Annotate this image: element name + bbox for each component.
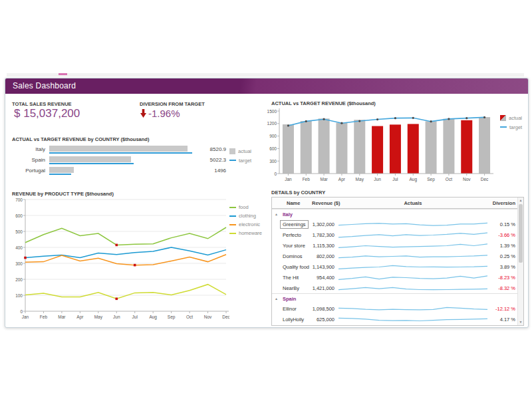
group-row-spain[interactable]: ▴Spain — [272, 293, 523, 303]
legend-item-food[interactable]: food — [229, 203, 262, 211]
monthly-bar-jul[interactable] — [390, 124, 401, 174]
target-point-feb[interactable] — [305, 120, 307, 122]
monthly-bar-dec[interactable] — [479, 117, 490, 174]
target-point-mar[interactable] — [323, 118, 325, 120]
legend-item-clothing[interactable]: clothing — [229, 211, 262, 220]
legend-item-electronic[interactable]: electronic — [229, 220, 262, 229]
target-point-jun[interactable] — [376, 118, 378, 120]
svg-text:0: 0 — [20, 309, 23, 314]
table-scrollbar[interactable]: ▲ ▼ — [517, 198, 523, 325]
legend-label: clothing — [239, 213, 256, 219]
monthly-bar-nov[interactable] — [461, 120, 472, 174]
actuals-sparkline — [337, 219, 489, 229]
diversion-value: -1.96% — [148, 108, 180, 119]
svg-text:May: May — [94, 315, 103, 320]
column-header-actuals[interactable]: Actuals — [337, 200, 489, 206]
target-line-spain[interactable] — [49, 163, 134, 164]
min-marker-electronic[interactable] — [134, 264, 136, 267]
row-name[interactable]: LollyHolly — [283, 317, 304, 323]
series-line-food[interactable] — [25, 227, 226, 245]
table-row-greenings[interactable]: Greenings1,302,0000.15 % — [272, 219, 523, 229]
table-row-quality-food[interactable]: Quality food1,143,9003.89 % — [272, 261, 523, 272]
country-label: Italy — [12, 146, 45, 152]
monthly-bar-feb[interactable] — [301, 121, 312, 174]
target-line-portugal[interactable] — [49, 174, 71, 175]
monthly-bar-may[interactable] — [354, 120, 365, 174]
svg-text:Apr: Apr — [338, 177, 346, 182]
monthly-bar-mar[interactable] — [319, 118, 330, 174]
actual-bar-italy[interactable] — [49, 146, 188, 152]
svg-text:1500: 1500 — [267, 109, 277, 114]
legend-item-actual[interactable]: actual — [500, 113, 522, 122]
group-row-italy[interactable]: ▴Italy — [272, 209, 523, 219]
row-diversion: 3.89 % — [475, 264, 515, 270]
svg-text:May: May — [356, 177, 364, 182]
min-marker-food[interactable] — [115, 244, 118, 247]
legend-item-target[interactable]: target — [500, 122, 522, 132]
legend-item-target[interactable]: target — [229, 156, 251, 165]
legend-label: electronic — [239, 221, 260, 227]
target-dash-icon — [229, 160, 236, 161]
target-point-oct[interactable] — [448, 118, 450, 120]
collapse-icon[interactable]: ▴ — [275, 296, 277, 301]
monthly-bar-jan[interactable] — [283, 124, 294, 174]
svg-text:Feb: Feb — [303, 177, 311, 182]
scroll-down-icon[interactable]: ▼ — [518, 319, 523, 325]
legend-item-actual[interactable]: actual — [229, 146, 251, 156]
table-row-lollyholly[interactable]: LollyHolly625,0004.17 % — [272, 314, 523, 325]
row-revenue: 954,400 — [303, 275, 334, 281]
column-header-diversion[interactable]: Diversion — [475, 200, 515, 206]
target-point-sep[interactable] — [430, 120, 432, 122]
row-name[interactable]: Ellinor — [283, 306, 297, 312]
table-row-your-store[interactable]: Your store1,115,3001.39 % — [272, 240, 523, 251]
row-diversion: 0.15 % — [475, 221, 515, 227]
monthly-bar-sep[interactable] — [426, 121, 437, 174]
row-name[interactable]: Your store — [283, 243, 305, 249]
scrollbar-thumb[interactable] — [519, 204, 523, 263]
svg-text:Jul: Jul — [132, 315, 138, 319]
table-row-the-hit[interactable]: The Hit954,400-8.23 % — [272, 272, 523, 283]
actual-bar-spain[interactable] — [49, 156, 131, 162]
column-header-name[interactable]: Name — [287, 200, 300, 206]
target-point-jan[interactable] — [287, 124, 289, 126]
svg-text:600: 600 — [269, 146, 277, 151]
target-point-dec[interactable] — [483, 116, 485, 118]
target-line-italy[interactable] — [49, 152, 192, 154]
table-row-perfecto[interactable]: Perfecto1,782,300-3.66 % — [272, 229, 523, 240]
actuals-sparkline — [337, 315, 489, 324]
row-name[interactable]: The Hit — [283, 275, 299, 281]
svg-text:500: 500 — [15, 229, 23, 234]
table-row-ellinor[interactable]: Ellinor1,098,500-12.12 % — [272, 303, 523, 314]
row-diversion: -12.12 % — [475, 306, 515, 312]
monthly-bar-apr[interactable] — [336, 123, 347, 174]
row-name[interactable]: Dominos — [283, 253, 303, 259]
target-point-aug[interactable] — [412, 117, 414, 119]
monthly-bar-oct[interactable] — [443, 119, 454, 174]
min-marker-clothing[interactable] — [24, 257, 27, 259]
country-row-italy: Italy8520.9 — [12, 146, 228, 154]
dashboard-card: Sales Dashboard TOTAL SALES REVENUE $ 15… — [5, 78, 529, 328]
legend-item-homeware[interactable]: homeware — [229, 229, 262, 237]
row-name[interactable]: NearBy — [283, 285, 299, 291]
target-point-may[interactable] — [358, 120, 360, 122]
series-line-homeware[interactable] — [25, 285, 226, 299]
target-line[interactable] — [288, 117, 484, 126]
monthly-bar-jun[interactable] — [372, 126, 383, 174]
series-line-clothing[interactable] — [25, 247, 226, 258]
table-row-nearby[interactable]: NearBy1,421,000-8.32 % — [272, 283, 523, 293]
column-header-revenue[interactable]: Revenue ($) — [312, 200, 340, 206]
collapse-icon[interactable]: ▴ — [275, 211, 277, 216]
row-diversion: 4.17 % — [475, 317, 515, 323]
row-diversion: 0.25 % — [475, 253, 515, 259]
target-point-jul[interactable] — [394, 117, 396, 119]
row-name[interactable]: Perfecto — [283, 232, 301, 238]
svg-text:Mar: Mar — [320, 177, 328, 182]
min-marker-homeware[interactable] — [115, 297, 118, 300]
monthly-bar-aug[interactable] — [408, 124, 419, 174]
target-point-apr[interactable] — [340, 122, 342, 124]
actual-bar-portugal[interactable] — [49, 167, 74, 173]
scroll-up-icon[interactable]: ▲ — [518, 198, 523, 203]
table-row-dominos[interactable]: Dominos802,0000.25 % — [272, 251, 523, 261]
electronic-dash-icon — [229, 224, 236, 225]
target-point-nov[interactable] — [466, 117, 467, 119]
